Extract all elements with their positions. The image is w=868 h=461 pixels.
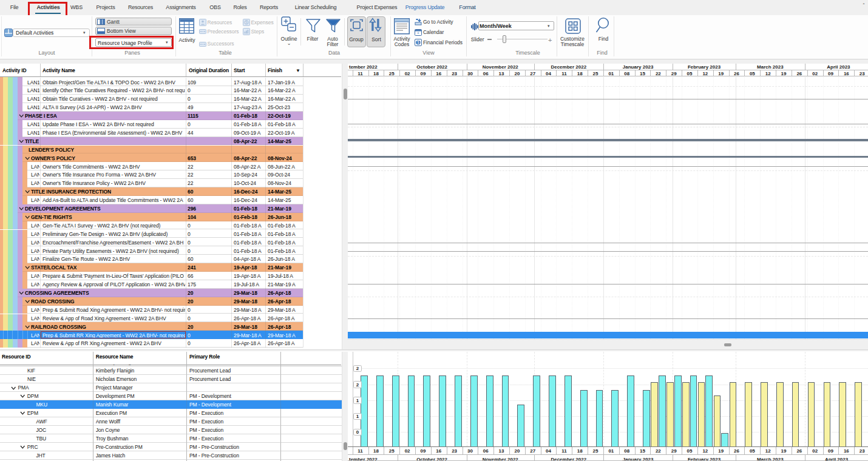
svg-text:$: $	[245, 21, 248, 25]
svg-text:$: $	[417, 40, 419, 44]
svg-text:+: +	[417, 31, 419, 35]
